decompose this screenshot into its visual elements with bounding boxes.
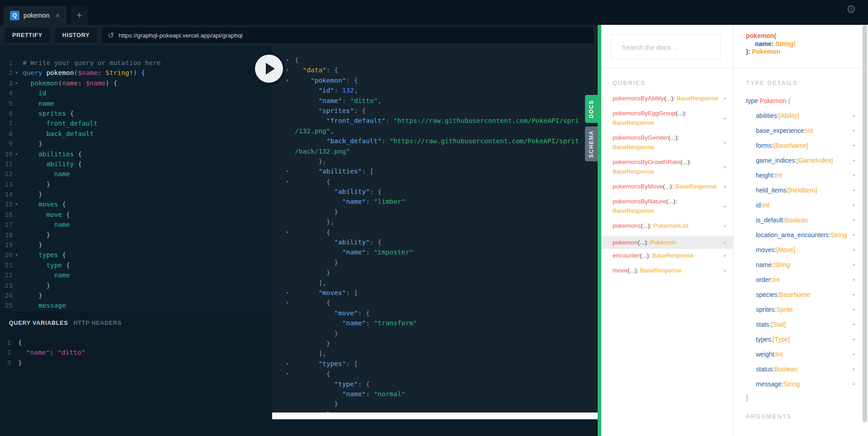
code-text: "name": "imposter"	[295, 247, 413, 257]
fold-arrow-icon[interactable]: ▾	[15, 250, 18, 260]
type-field-forms[interactable]: forms: [BaseName]▸	[756, 138, 855, 153]
new-tab-button[interactable]: +	[71, 6, 88, 25]
query-list-item-pokemonsByEggGroup[interactable]: pokemonsByEggGroup(...):BaseResponse▸	[601, 108, 733, 127]
query-editor-pane[interactable]: 1# Write your query or mutation here2▾qu…	[0, 46, 272, 436]
execute-query-button[interactable]	[252, 52, 286, 85]
code-text: ],	[295, 348, 326, 358]
docs-vertical-scrollbar[interactable]	[863, 25, 867, 422]
line-number: 10	[0, 149, 13, 159]
type-field-message[interactable]: message: String▸	[756, 376, 855, 391]
queries-list: pokemonsByAbility(...): BaseResponse▸pok…	[601, 94, 733, 275]
query-list-item-pokemonsByAbility[interactable]: pokemonsByAbility(...): BaseResponse▸	[601, 94, 733, 103]
code-text: ],	[295, 278, 326, 288]
query-list-item-pokemon[interactable]: pokemon(...): Pokemon▸	[601, 236, 733, 249]
type-field-sprites[interactable]: sprites: Sprite▸	[756, 302, 855, 317]
chevron-right-icon: ▸	[724, 182, 726, 191]
docs-search-area	[601, 25, 733, 69]
code-text: },	[295, 156, 326, 166]
fold-arrow-icon[interactable]: ▾	[15, 78, 18, 88]
query-list-item-move[interactable]: move(...): BaseResponse▸	[601, 266, 733, 275]
docs-panel-divider[interactable]	[598, 25, 601, 436]
fold-arrow-icon[interactable]: ▾	[286, 288, 289, 298]
tab-query-variables[interactable]: QUERY VARIABLES	[9, 320, 68, 326]
type-field-abilities[interactable]: abilities: [Ability]▸	[756, 108, 855, 123]
type-field-is_default[interactable]: is_default: Boolean▸	[756, 212, 855, 227]
query-editor[interactable]: 1# Write your query or mutation here2▾qu…	[0, 46, 272, 312]
variables-code-line: 2 "name": "ditto"	[0, 347, 272, 357]
fold-arrow-icon[interactable]: ▾	[286, 359, 289, 369]
code-text: "id": 132,	[295, 85, 358, 95]
code-text: }	[23, 179, 50, 189]
fold-arrow-icon[interactable]: ▾	[286, 227, 289, 237]
fold-arrow-icon[interactable]: ▾	[15, 68, 18, 78]
type-field-moves[interactable]: moves: [Move]▸	[756, 242, 855, 257]
docs-side-tab[interactable]: DOCS	[585, 95, 598, 123]
chevron-right-icon: ▸	[853, 187, 855, 193]
code-text: move {	[23, 210, 70, 220]
schema-side-tab[interactable]: SCHEMA	[585, 127, 598, 161]
fold-arrow-icon[interactable]: ▾	[15, 149, 18, 159]
type-field-weight[interactable]: weight: Int▸	[756, 347, 855, 361]
type-field-order[interactable]: order: Int▸	[756, 272, 855, 287]
query-code-line: 25 message	[0, 300, 272, 310]
query-list-item-pokemonsByNature[interactable]: pokemonsByNature(...):BaseResponse▸	[601, 197, 733, 216]
type-field-height[interactable]: height: Int▸	[756, 168, 855, 183]
query-code-line: 6 sprites {	[0, 108, 272, 118]
line-number: 2	[0, 68, 13, 78]
type-field-species[interactable]: species: BaseName▸	[756, 287, 855, 302]
chevron-right-icon: ▸	[724, 138, 726, 147]
code-text: }	[295, 267, 330, 277]
query-code-line: 7 front_default	[0, 118, 272, 128]
type-field-status[interactable]: status: Boolean▸	[756, 361, 855, 376]
fold-arrow-icon[interactable]: ▾	[286, 65, 289, 75]
query-list-item-encounter[interactable]: encounter(...): BaseResponse▸	[601, 251, 733, 260]
response-code-line: "name": "imposter"	[272, 247, 598, 257]
type-field-game_indices[interactable]: game_indices: [GameIndex]▸	[756, 153, 855, 168]
type-declaration: type Pokemon {	[746, 97, 868, 104]
query-list-item-pokemons[interactable]: pokemons(...): PokemonList▸	[601, 221, 733, 230]
line-number: 12	[0, 169, 13, 179]
type-field-name[interactable]: name: String▸	[756, 257, 855, 272]
fold-arrow-icon[interactable]: ▾	[286, 75, 289, 85]
history-button[interactable]: HISTORY	[55, 28, 97, 43]
query-list-item-pokemonsByMove[interactable]: pokemonsByMove(...): BaseResponse▸	[601, 182, 733, 191]
fold-arrow-icon[interactable]: ▾	[286, 177, 289, 187]
type-field-location_area_encounters[interactable]: location_area_encounters: String▸	[756, 227, 855, 242]
type-field-base_experience[interactable]: base_experience: Int▸	[756, 123, 855, 138]
line-number: 11	[0, 159, 13, 169]
type-field-types[interactable]: types: [Type]▸	[756, 332, 855, 347]
line-number: 1	[0, 338, 11, 347]
fold-arrow-icon[interactable]: ▾	[286, 166, 289, 176]
type-field-held_items[interactable]: held_items: [HeldItem]▸	[756, 183, 855, 197]
variables-editor[interactable]: 1{2 "name": "ditto"3}	[0, 328, 272, 368]
code-text: "moves": [	[295, 288, 358, 298]
response-code-line: ],	[272, 278, 598, 288]
query-list-item-pokemonsByGrowthRate[interactable]: pokemonsByGrowthRate(...):BaseResponse▸	[601, 157, 733, 176]
close-tab-icon[interactable]: ×	[56, 12, 60, 19]
code-text: # Write your query or mutation here	[23, 58, 161, 68]
play-icon	[266, 63, 275, 75]
endpoint-url-bar[interactable]: ↺ https://graphql-pokeapi.vercel.app/api…	[102, 27, 594, 43]
settings-gear-icon[interactable]: ⚙	[846, 3, 856, 16]
arguments-header: ARGUMENTS	[746, 413, 868, 420]
code-text: "name": "ditto"	[18, 347, 85, 357]
tab-http-headers[interactable]: HTTP HEADERS	[74, 320, 122, 326]
type-field-id[interactable]: id: Int▸	[756, 197, 855, 212]
fold-arrow-icon[interactable]: ▾	[286, 369, 289, 379]
tab-pokemon[interactable]: Q pokemon ×	[4, 6, 66, 25]
horizontal-scrollbar[interactable]	[272, 413, 598, 419]
reload-schema-icon[interactable]: ↺	[108, 31, 114, 40]
docs-search-input[interactable]	[611, 34, 721, 60]
response-code-line: ▾ "pokemon": {	[272, 75, 598, 85]
query-list-item-pokemonsByGender[interactable]: pokemonsByGender(...):BaseResponse▸	[601, 133, 733, 152]
signature-function: pokemon(	[746, 32, 776, 39]
fold-arrow-icon[interactable]: ▾	[286, 55, 289, 65]
code-text: {	[18, 338, 22, 347]
fold-arrow-icon[interactable]: ▾	[286, 298, 289, 308]
line-number: 14	[0, 189, 13, 199]
code-text: }	[295, 399, 338, 409]
fold-arrow-icon[interactable]: ▾	[15, 199, 18, 209]
code-text: front_default	[23, 118, 98, 128]
type-field-stats[interactable]: stats: [Stat]▸	[756, 317, 855, 332]
prettify-button[interactable]: PRETTIFY	[5, 28, 50, 43]
